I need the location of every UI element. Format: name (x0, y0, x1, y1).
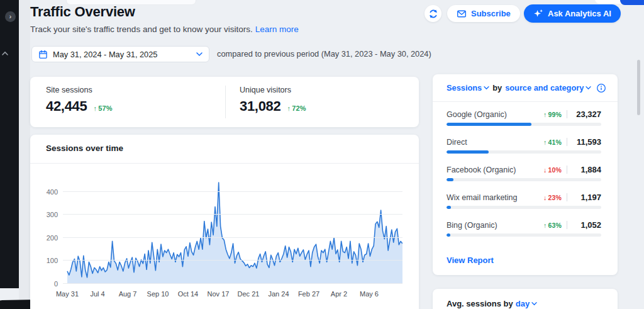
kpi-label: Unique visitors (240, 86, 306, 94)
kpi-summary-card: Site sessions 42,445 ↑57% Unique visitor… (30, 77, 419, 127)
chevron-down-icon (531, 301, 537, 306)
value-divider (567, 166, 567, 174)
source-value: 1,197 (572, 193, 601, 202)
chart-line (67, 183, 402, 278)
y-tick-label: 200 (33, 234, 58, 242)
bar-fill (447, 206, 451, 209)
trend-arrow-icon: ↑ (287, 104, 291, 112)
sparkle-icon (533, 9, 543, 19)
avg-dimension-dropdown[interactable]: day (516, 299, 537, 308)
date-range-value: May 31, 2024 - May 31, 2025 (53, 50, 196, 59)
kpi-unique-visitors: Unique visitors 31,082 ↑72% (240, 86, 306, 115)
breakdown-row-facebook: Facebook (Organic) ↓10% 1,884 (447, 165, 601, 189)
source-value: 1,884 (572, 165, 601, 174)
change-badge: ↑63% (543, 222, 562, 229)
breakdown-header: Sessions by source and category (447, 74, 606, 101)
gridline (63, 260, 402, 261)
bar-track (447, 123, 601, 126)
change-badge: ↑41% (543, 138, 562, 146)
breakdown-row-direct: Direct ↑41% 11,593 (447, 137, 601, 161)
chevron-down-icon (196, 52, 203, 57)
sessions-line-chart (63, 165, 402, 284)
sessions-breakdown-card: Sessions by source and category Google (… (433, 74, 618, 275)
ask-ai-label: Ask Analytics AI (548, 9, 611, 18)
breakdown-row-google: Google (Organic) ↑99% 23,327 (447, 110, 601, 133)
bar-fill (447, 123, 531, 126)
trend-arrow-icon: ↓ (543, 166, 547, 174)
source-value: 23,327 (572, 110, 601, 119)
chevron-right-icon: › (9, 14, 11, 20)
source-value: 11,593 (572, 137, 601, 147)
subscribe-label: Subscribe (471, 9, 511, 18)
bar-fill (447, 178, 453, 181)
source-label: Wix email marketing (447, 193, 543, 202)
change-badge: ↑99% (543, 111, 562, 118)
trend-arrow-icon: ↓ (543, 194, 547, 201)
bar-fill (447, 150, 489, 154)
gridline (63, 283, 402, 284)
trend-arrow-icon: ↑ (543, 138, 547, 146)
refresh-button[interactable] (425, 5, 441, 22)
comparison-period-text: compared to previous period (May 31, 202… (217, 46, 431, 62)
avg-sessions-label: Avg. sessions by (447, 299, 513, 308)
subscribe-button[interactable]: Subscribe (447, 5, 520, 22)
view-report-link[interactable]: View Report (447, 256, 494, 265)
calendar-icon (38, 50, 48, 59)
sessions-plot: 0100200300400 (63, 165, 402, 284)
gridline (63, 191, 402, 192)
by-label: by (492, 83, 502, 93)
chart-title: Sessions over time (46, 143, 123, 153)
change-badge: ↓10% (543, 166, 562, 174)
kpi-divider (225, 86, 226, 118)
value-divider (567, 193, 567, 201)
gridline (63, 237, 402, 238)
sessions-over-time-card: Sessions over time 0100200300400 May 31J… (30, 135, 419, 309)
top-right-blue-artifact (620, 0, 644, 5)
kpi-value: 42,445 (46, 98, 87, 115)
kpi-site-sessions: Site sessions 42,445 ↑57% (46, 86, 113, 115)
kpi-change-badge: ↑72% (287, 104, 306, 112)
chevron-up-icon[interactable] (1, 49, 9, 58)
trend-arrow-icon: ↑ (543, 111, 547, 118)
metric-dropdown[interactable]: Sessions (447, 83, 489, 93)
chevron-down-icon (484, 86, 489, 90)
kpi-change-badge: ↑57% (94, 104, 113, 112)
avg-sessions-card: Avg. sessions by day (433, 289, 618, 309)
breakdown-row-wix-email: Wix email marketing ↓23% 1,197 (447, 193, 601, 216)
bar-track (447, 206, 601, 209)
trend-arrow-icon: ↑ (543, 222, 547, 229)
collapsed-sidebar-rail (0, 0, 19, 288)
bar-track (447, 150, 601, 154)
x-tick-label: May 6 (352, 290, 387, 298)
learn-more-link[interactable]: Learn more (255, 25, 299, 34)
y-tick-label: 0 (33, 280, 58, 288)
refresh-icon (428, 9, 438, 19)
info-icon[interactable] (596, 83, 606, 93)
bar-track (447, 233, 601, 237)
date-range-picker[interactable]: May 31, 2024 - May 31, 2025 (31, 46, 209, 62)
source-value: 1,052 (572, 220, 601, 230)
trend-arrow-icon: ↑ (94, 104, 97, 112)
y-tick-label: 400 (33, 188, 58, 196)
y-tick-label: 300 (33, 211, 58, 218)
kpi-label: Site sessions (46, 86, 113, 94)
kpi-value: 31,082 (240, 98, 281, 115)
y-tick-label: 100 (33, 257, 58, 264)
card-divider (433, 101, 618, 102)
change-badge: ↓23% (543, 194, 562, 201)
ask-analytics-ai-button[interactable]: Ask Analytics AI (524, 4, 621, 23)
value-divider (567, 221, 567, 229)
value-divider (567, 138, 567, 146)
sidebar-expand-button[interactable]: › (5, 11, 16, 22)
gridline (63, 214, 402, 215)
envelope-icon (457, 9, 467, 19)
breakdown-row-bing: Bing (Organic) ↑63% 1,052 (447, 220, 601, 244)
page-subtitle: Track your site's traffic trends and get… (30, 25, 299, 34)
scrollbar-thumb[interactable] (637, 60, 640, 115)
source-label: Direct (447, 138, 543, 147)
page-title: Traffic Overview (30, 4, 135, 20)
chevron-down-icon (586, 86, 591, 90)
dimension-dropdown[interactable]: source and category (505, 83, 591, 93)
bar-fill (447, 233, 450, 237)
card-divider (30, 163, 419, 164)
